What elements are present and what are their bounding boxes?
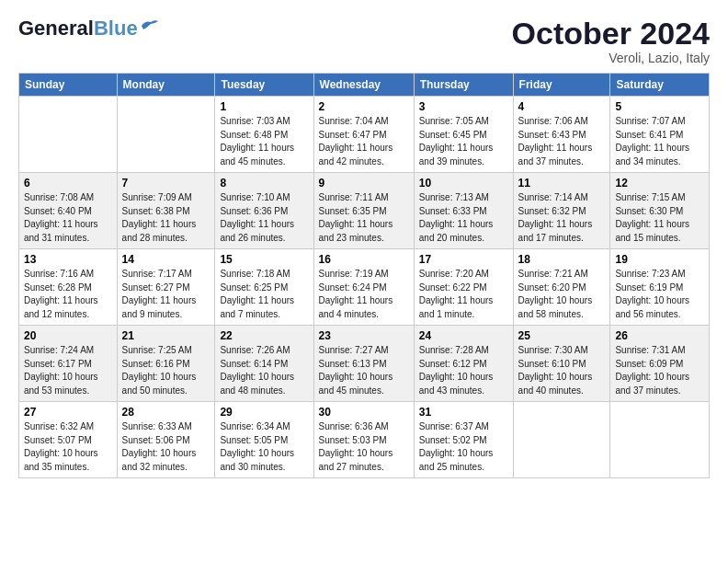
- weekday-header: Tuesday: [215, 74, 313, 97]
- day-detail: Sunrise: 7:03 AM Sunset: 6:48 PM Dayligh…: [220, 115, 308, 168]
- weekday-header-row: SundayMondayTuesdayWednesdayThursdayFrid…: [19, 74, 710, 97]
- day-number: 17: [419, 253, 508, 266]
- day-number: 7: [122, 177, 210, 190]
- weekday-header: Wednesday: [313, 74, 414, 97]
- weekday-header: Friday: [513, 74, 610, 97]
- calendar-cell: 24Sunrise: 7:28 AM Sunset: 6:12 PM Dayli…: [414, 326, 513, 402]
- day-number: 31: [419, 406, 508, 419]
- day-number: 24: [419, 329, 508, 342]
- day-detail: Sunrise: 7:31 AM Sunset: 6:09 PM Dayligh…: [615, 344, 704, 397]
- calendar-cell: 16Sunrise: 7:19 AM Sunset: 6:24 PM Dayli…: [313, 249, 414, 326]
- logo-bird-icon: [140, 18, 160, 33]
- day-detail: Sunrise: 7:30 AM Sunset: 6:10 PM Dayligh…: [518, 344, 606, 397]
- day-number: 21: [122, 329, 210, 342]
- calendar-cell: 30Sunrise: 6:36 AM Sunset: 5:03 PM Dayli…: [313, 402, 414, 478]
- day-detail: Sunrise: 6:34 AM Sunset: 5:05 PM Dayligh…: [220, 420, 308, 474]
- day-detail: Sunrise: 7:21 AM Sunset: 6:20 PM Dayligh…: [518, 268, 606, 321]
- day-detail: Sunrise: 7:09 AM Sunset: 6:38 PM Dayligh…: [122, 191, 210, 245]
- calendar-week-row: 6Sunrise: 7:08 AM Sunset: 6:40 PM Daylig…: [19, 173, 710, 249]
- day-detail: Sunrise: 7:17 AM Sunset: 6:27 PM Dayligh…: [122, 268, 210, 321]
- calendar-cell: 29Sunrise: 6:34 AM Sunset: 5:05 PM Dayli…: [215, 402, 313, 478]
- day-number: 4: [518, 100, 606, 113]
- day-number: 1: [220, 100, 308, 113]
- day-detail: Sunrise: 7:06 AM Sunset: 6:43 PM Dayligh…: [518, 115, 606, 168]
- day-number: 30: [319, 406, 409, 419]
- calendar-cell: 10Sunrise: 7:13 AM Sunset: 6:33 PM Dayli…: [414, 173, 513, 249]
- day-detail: Sunrise: 7:07 AM Sunset: 6:41 PM Dayligh…: [615, 115, 704, 168]
- calendar-cell: 20Sunrise: 7:24 AM Sunset: 6:17 PM Dayli…: [19, 326, 118, 402]
- day-detail: Sunrise: 7:04 AM Sunset: 6:47 PM Dayligh…: [319, 115, 409, 168]
- day-detail: Sunrise: 7:19 AM Sunset: 6:24 PM Dayligh…: [319, 268, 409, 321]
- day-number: 14: [122, 253, 210, 266]
- day-detail: Sunrise: 7:11 AM Sunset: 6:35 PM Dayligh…: [319, 191, 409, 245]
- day-detail: Sunrise: 7:15 AM Sunset: 6:30 PM Dayligh…: [615, 191, 704, 245]
- day-number: 26: [615, 329, 704, 342]
- logo-general: General: [18, 17, 94, 40]
- day-detail: Sunrise: 7:27 AM Sunset: 6:13 PM Dayligh…: [319, 344, 409, 397]
- day-number: 2: [319, 100, 409, 113]
- calendar-cell: [610, 402, 710, 478]
- weekday-header: Sunday: [19, 74, 118, 97]
- calendar-cell: 9Sunrise: 7:11 AM Sunset: 6:35 PM Daylig…: [313, 173, 414, 249]
- day-number: 9: [319, 177, 409, 190]
- calendar-cell: 26Sunrise: 7:31 AM Sunset: 6:09 PM Dayli…: [610, 326, 710, 402]
- day-number: 8: [220, 177, 308, 190]
- calendar-cell: 7Sunrise: 7:09 AM Sunset: 6:38 PM Daylig…: [117, 173, 215, 249]
- day-detail: Sunrise: 6:32 AM Sunset: 5:07 PM Dayligh…: [24, 420, 112, 474]
- day-detail: Sunrise: 6:36 AM Sunset: 5:03 PM Dayligh…: [319, 420, 409, 474]
- calendar-cell: 11Sunrise: 7:14 AM Sunset: 6:32 PM Dayli…: [513, 173, 610, 249]
- weekday-header: Saturday: [610, 74, 710, 97]
- day-detail: Sunrise: 7:20 AM Sunset: 6:22 PM Dayligh…: [419, 268, 508, 321]
- day-number: 19: [615, 253, 704, 266]
- calendar-week-row: 27Sunrise: 6:32 AM Sunset: 5:07 PM Dayli…: [19, 402, 710, 478]
- day-number: 25: [518, 329, 606, 342]
- day-number: 22: [220, 329, 308, 342]
- month-title: October 2024: [512, 17, 710, 51]
- calendar-cell: 28Sunrise: 6:33 AM Sunset: 5:06 PM Dayli…: [117, 402, 215, 478]
- title-block: October 2024 Veroli, Lazio, Italy: [512, 17, 710, 65]
- day-detail: Sunrise: 7:14 AM Sunset: 6:32 PM Dayligh…: [518, 191, 606, 245]
- day-number: 15: [220, 253, 308, 266]
- day-number: 5: [615, 100, 704, 113]
- calendar-cell: [117, 97, 215, 173]
- day-detail: Sunrise: 6:37 AM Sunset: 5:02 PM Dayligh…: [419, 420, 508, 474]
- day-number: 16: [319, 253, 409, 266]
- day-number: 27: [24, 406, 112, 419]
- calendar-cell: 21Sunrise: 7:25 AM Sunset: 6:16 PM Dayli…: [117, 326, 215, 402]
- calendar-cell: 14Sunrise: 7:17 AM Sunset: 6:27 PM Dayli…: [117, 249, 215, 326]
- day-number: 23: [319, 329, 409, 342]
- calendar-cell: 4Sunrise: 7:06 AM Sunset: 6:43 PM Daylig…: [513, 97, 610, 173]
- header: GeneralBlue October 2024 Veroli, Lazio, …: [18, 17, 710, 65]
- location: Veroli, Lazio, Italy: [512, 51, 710, 65]
- day-number: 6: [24, 177, 112, 190]
- day-detail: Sunrise: 7:18 AM Sunset: 6:25 PM Dayligh…: [220, 268, 308, 321]
- day-detail: Sunrise: 7:24 AM Sunset: 6:17 PM Dayligh…: [24, 344, 112, 397]
- calendar-cell: 2Sunrise: 7:04 AM Sunset: 6:47 PM Daylig…: [313, 97, 414, 173]
- weekday-header: Monday: [117, 74, 215, 97]
- calendar-week-row: 1Sunrise: 7:03 AM Sunset: 6:48 PM Daylig…: [19, 97, 710, 173]
- calendar-cell: [513, 402, 610, 478]
- calendar-cell: 5Sunrise: 7:07 AM Sunset: 6:41 PM Daylig…: [610, 97, 710, 173]
- calendar-cell: 8Sunrise: 7:10 AM Sunset: 6:36 PM Daylig…: [215, 173, 313, 249]
- day-detail: Sunrise: 7:28 AM Sunset: 6:12 PM Dayligh…: [419, 344, 508, 397]
- calendar-cell: 18Sunrise: 7:21 AM Sunset: 6:20 PM Dayli…: [513, 249, 610, 326]
- calendar-cell: [19, 97, 118, 173]
- calendar-cell: 23Sunrise: 7:27 AM Sunset: 6:13 PM Dayli…: [313, 326, 414, 402]
- calendar-cell: 31Sunrise: 6:37 AM Sunset: 5:02 PM Dayli…: [414, 402, 513, 478]
- day-number: 10: [419, 177, 508, 190]
- day-detail: Sunrise: 7:13 AM Sunset: 6:33 PM Dayligh…: [419, 191, 508, 245]
- calendar-cell: 27Sunrise: 6:32 AM Sunset: 5:07 PM Dayli…: [19, 402, 118, 478]
- day-detail: Sunrise: 7:26 AM Sunset: 6:14 PM Dayligh…: [220, 344, 308, 397]
- logo-blue: Blue: [94, 17, 138, 40]
- day-number: 12: [615, 177, 704, 190]
- calendar-cell: 19Sunrise: 7:23 AM Sunset: 6:19 PM Dayli…: [610, 249, 710, 326]
- day-number: 29: [220, 406, 308, 419]
- day-detail: Sunrise: 7:10 AM Sunset: 6:36 PM Dayligh…: [220, 191, 308, 245]
- calendar-cell: 12Sunrise: 7:15 AM Sunset: 6:30 PM Dayli…: [610, 173, 710, 249]
- calendar-cell: 13Sunrise: 7:16 AM Sunset: 6:28 PM Dayli…: [19, 249, 118, 326]
- day-number: 3: [419, 100, 508, 113]
- calendar-cell: 15Sunrise: 7:18 AM Sunset: 6:25 PM Dayli…: [215, 249, 313, 326]
- day-detail: Sunrise: 6:33 AM Sunset: 5:06 PM Dayligh…: [122, 420, 210, 474]
- calendar-cell: 25Sunrise: 7:30 AM Sunset: 6:10 PM Dayli…: [513, 326, 610, 402]
- day-detail: Sunrise: 7:25 AM Sunset: 6:16 PM Dayligh…: [122, 344, 210, 397]
